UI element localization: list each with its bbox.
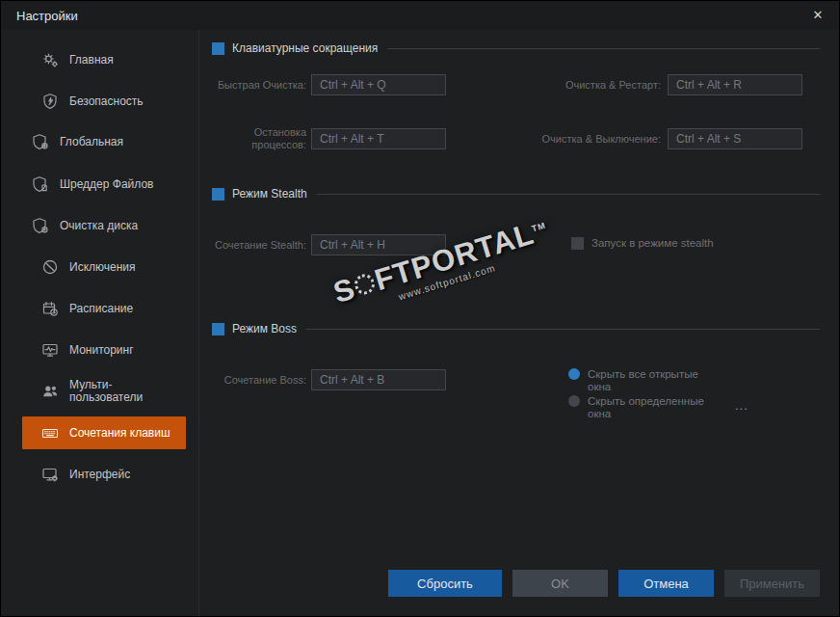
hotkey-input-stop-processes[interactable] bbox=[311, 128, 446, 149]
keyboard-icon bbox=[41, 424, 59, 442]
section-stealth-checkbox[interactable] bbox=[212, 188, 224, 201]
schedule-icon bbox=[41, 300, 59, 317]
hotkey-input-quick-clean[interactable] bbox=[311, 74, 446, 95]
shield-disk-icon bbox=[32, 217, 49, 234]
stealth-start-checkbox[interactable] bbox=[571, 237, 584, 250]
sidebar-item-label: Исключения bbox=[69, 261, 183, 274]
hide-specific-radio-row: Скрыть определенные окна bbox=[568, 395, 713, 420]
quick-clean-label: Быстрая Очистка: bbox=[212, 73, 306, 96]
stealth-start-label: Запуск в режиме stealth bbox=[591, 237, 714, 250]
shield-globe-icon bbox=[32, 133, 49, 150]
choose-windows-more-button[interactable]: ... bbox=[731, 399, 752, 413]
shield-file-icon bbox=[32, 175, 49, 193]
hotkey-input-clean-shutdown[interactable] bbox=[668, 128, 802, 149]
softportal-dotted-o-icon bbox=[353, 272, 378, 297]
gears-icon bbox=[41, 51, 59, 68]
hotkey-input-boss[interactable] bbox=[311, 369, 446, 390]
section-divider bbox=[387, 48, 820, 49]
section-shortcuts-checkbox[interactable] bbox=[212, 42, 224, 55]
sidebar-item-label: Мульти-пользователи bbox=[69, 379, 183, 404]
hide-specific-label: Скрыть определенные окна bbox=[588, 395, 713, 420]
monitoring-icon bbox=[41, 341, 59, 359]
sidebar-item-multi-users[interactable]: Мульти-пользователи bbox=[22, 371, 186, 412]
watermark: SFTPORTALTM www.softportal.com bbox=[298, 202, 587, 330]
stealth-hotkey-label: Сочетание Stealth: bbox=[212, 233, 306, 256]
sidebar-item-global[interactable]: Глобальная bbox=[22, 124, 186, 159]
interface-gear-icon bbox=[41, 466, 59, 483]
clean-restart-label: Очистка & Рестарт: bbox=[487, 73, 661, 96]
close-icon[interactable]: ✕ bbox=[808, 7, 827, 24]
sidebar-item-disk-cleanup[interactable]: Очистка диска bbox=[22, 208, 186, 243]
ok-button[interactable]: OK bbox=[512, 570, 608, 597]
hide-all-radio[interactable] bbox=[568, 368, 580, 380]
hide-all-label: Скрыть все открытые окна bbox=[588, 368, 713, 393]
sidebar-item-monitoring[interactable]: Мониторинг bbox=[22, 333, 186, 367]
sidebar-item-exclusions[interactable]: Исключения bbox=[22, 250, 186, 284]
clean-shutdown-label: Очистка & Выключение: bbox=[487, 127, 661, 150]
window-title: Настройки bbox=[16, 9, 78, 23]
settings-window: Настройки ✕ Главная Безопасность Глобаль… bbox=[0, 0, 840, 617]
sidebar-item-file-shredder[interactable]: Шреддер Файлов bbox=[22, 167, 186, 201]
sidebar-item-hotkeys[interactable]: Сочетания клавиш bbox=[22, 416, 186, 449]
sidebar-item-label: Расписание bbox=[69, 303, 183, 315]
section-title: Режим Stealth bbox=[232, 187, 307, 201]
sidebar-item-label: Интерфейс bbox=[69, 469, 183, 481]
sidebar-item-label: Мониторинг bbox=[69, 344, 183, 357]
titlebar: Настройки ✕ bbox=[1, 1, 839, 30]
hide-all-radio-row: Скрыть все открытые окна bbox=[568, 368, 713, 393]
stealth-start-checkbox-row: Запуск в режиме stealth bbox=[571, 237, 714, 250]
shield-bolt-icon bbox=[41, 93, 59, 110]
section-divider bbox=[306, 329, 820, 330]
sidebar-item-label: Главная bbox=[69, 54, 183, 67]
hide-specific-radio[interactable] bbox=[568, 395, 580, 407]
prohibited-icon bbox=[41, 258, 59, 276]
sidebar-item-label: Шреддер Файлов bbox=[60, 178, 173, 191]
section-boss-checkbox[interactable] bbox=[212, 323, 224, 335]
sidebar-item-label: Глобальная bbox=[60, 136, 173, 148]
stop-processes-label: Остановка процессов: bbox=[212, 127, 306, 150]
sidebar-item-home[interactable]: Главная bbox=[22, 42, 186, 77]
section-title: Клавиатурные сокращения bbox=[232, 41, 378, 55]
sidebar-item-schedule[interactable]: Расписание bbox=[22, 291, 186, 326]
section-title: Режим Boss bbox=[232, 322, 297, 335]
boss-hotkey-label: Сочетание Boss: bbox=[212, 368, 306, 391]
sidebar-item-security[interactable]: Безопасность bbox=[22, 84, 186, 119]
section-divider bbox=[317, 194, 820, 195]
users-icon bbox=[41, 383, 59, 400]
hotkey-input-clean-restart[interactable] bbox=[668, 74, 802, 95]
section-stealth-header: Режим Stealth bbox=[212, 187, 820, 201]
cancel-button[interactable]: Отмена bbox=[618, 570, 714, 597]
sidebar-item-interface[interactable]: Интерфейс bbox=[22, 457, 186, 492]
sidebar-divider bbox=[198, 30, 199, 616]
apply-button[interactable]: Применить bbox=[724, 570, 820, 597]
sidebar-item-label: Очистка диска bbox=[60, 220, 173, 232]
sidebar-item-label: Сочетания клавиш bbox=[69, 427, 183, 440]
watermark-brand: SFTPORTALTM bbox=[298, 202, 584, 320]
section-shortcuts-header: Клавиатурные сокращения bbox=[212, 41, 820, 55]
hotkey-input-stealth[interactable] bbox=[311, 234, 446, 255]
section-boss-header: Режим Boss bbox=[212, 322, 820, 335]
sidebar-item-label: Безопасность bbox=[69, 95, 183, 108]
reset-button[interactable]: Сбросить bbox=[388, 570, 502, 597]
